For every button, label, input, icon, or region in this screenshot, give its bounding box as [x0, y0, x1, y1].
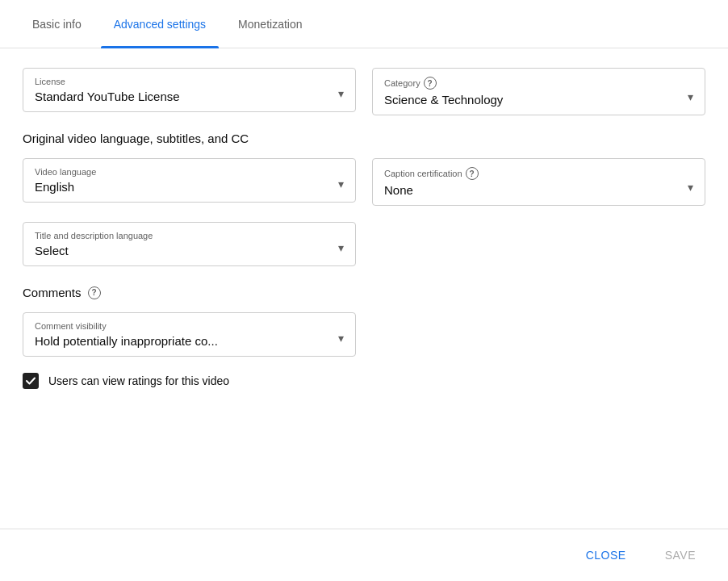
- tab-advanced-settings[interactable]: Advanced settings: [101, 0, 219, 48]
- title-desc-arrow-icon: ▾: [338, 241, 344, 254]
- license-label: License: [35, 77, 344, 86]
- category-help-icon[interactable]: ?: [424, 77, 437, 90]
- subtitles-section-heading: Original video language, subtitles, and …: [23, 132, 705, 145]
- caption-certification-value: None: [384, 183, 693, 197]
- ratings-checkbox-row: Users can view ratings for this video: [23, 373, 705, 389]
- close-button[interactable]: CLOSE: [573, 542, 639, 568]
- content-area: License Standard YouTube License ▾ Categ…: [0, 48, 728, 529]
- license-category-row: License Standard YouTube License ▾ Categ…: [23, 68, 705, 115]
- title-desc-language-dropdown[interactable]: Title and description language Select ▾: [23, 222, 356, 266]
- title-desc-language-label: Title and description language: [35, 231, 344, 240]
- title-desc-language-col: Title and description language Select ▾: [23, 222, 356, 266]
- ratings-checkbox-label: Users can view ratings for this video: [48, 374, 229, 387]
- tab-basic-info[interactable]: Basic info: [19, 0, 94, 48]
- comment-visibility-col: Comment visibility Hold potentially inap…: [23, 312, 356, 357]
- video-language-col: Video language English ▾: [23, 158, 356, 206]
- caption-help-icon[interactable]: ?: [466, 167, 479, 180]
- comment-visibility-dropdown[interactable]: Comment visibility Hold potentially inap…: [23, 312, 356, 357]
- license-arrow-icon: ▾: [338, 87, 344, 100]
- category-arrow-icon: ▾: [688, 90, 693, 103]
- title-desc-language-value: Select: [35, 244, 344, 257]
- caption-certification-col: Caption certification ? None ▾: [372, 158, 705, 206]
- video-language-value: English: [35, 180, 344, 194]
- category-value: Science & Technology: [384, 93, 693, 107]
- comments-help-icon[interactable]: ?: [88, 286, 101, 299]
- category-col: Category ? Science & Technology ▾: [372, 68, 705, 115]
- language-caption-row: Video language English ▾ Caption certifi…: [23, 158, 705, 206]
- footer: CLOSE SAVE: [0, 529, 728, 581]
- tab-basic-info-label: Basic info: [32, 18, 82, 31]
- comments-section-heading: Comments ?: [23, 286, 705, 299]
- comment-visibility-label: Comment visibility: [35, 321, 344, 331]
- license-dropdown[interactable]: License Standard YouTube License ▾: [23, 68, 356, 112]
- comment-visibility-value: Hold potentially inappropriate co...: [35, 334, 344, 348]
- caption-certification-dropdown[interactable]: Caption certification ? None ▾: [372, 158, 705, 206]
- license-value: Standard YouTube License: [35, 90, 344, 103]
- save-button[interactable]: SAVE: [652, 542, 709, 568]
- tab-monetization[interactable]: Monetization: [225, 0, 315, 48]
- category-label: Category ?: [384, 77, 693, 90]
- tab-monetization-label: Monetization: [238, 18, 302, 31]
- title-desc-language-row: Title and description language Select ▾: [23, 222, 705, 266]
- video-language-arrow-icon: ▾: [338, 178, 344, 190]
- category-dropdown[interactable]: Category ? Science & Technology ▾: [372, 68, 705, 115]
- comment-visibility-arrow-icon: ▾: [338, 332, 344, 345]
- tab-advanced-settings-label: Advanced settings: [114, 18, 206, 31]
- caption-certification-label: Caption certification ?: [384, 167, 693, 180]
- caption-certification-arrow-icon: ▾: [688, 181, 693, 194]
- license-col: License Standard YouTube License ▾: [23, 68, 356, 115]
- placeholder-col2: [372, 312, 705, 357]
- video-language-label: Video language: [35, 167, 344, 177]
- comment-visibility-row: Comment visibility Hold potentially inap…: [23, 312, 705, 357]
- tabs-bar: Basic info Advanced settings Monetizatio…: [0, 0, 728, 48]
- ratings-checkbox[interactable]: [23, 373, 39, 389]
- placeholder-col: [372, 222, 705, 266]
- video-language-dropdown[interactable]: Video language English ▾: [23, 158, 356, 203]
